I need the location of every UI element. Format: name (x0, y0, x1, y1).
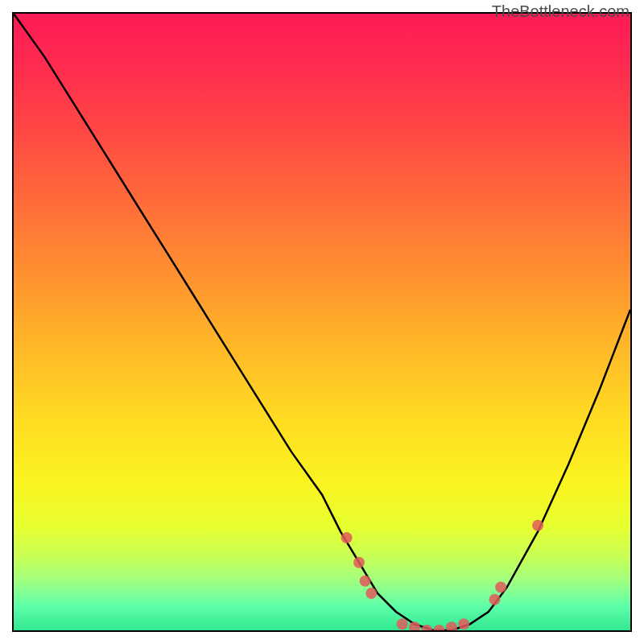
data-point-marker (458, 618, 469, 630)
chart-container: TheBottleneck.com (0, 0, 644, 644)
data-point-marker (495, 581, 506, 592)
data-point-marker (446, 621, 457, 630)
data-point-marker (532, 520, 543, 531)
data-point-marker (397, 618, 408, 630)
data-point-marker (365, 588, 377, 599)
data-point-marker (353, 557, 365, 568)
curve-svg (14, 14, 630, 630)
data-point-marker (421, 625, 432, 630)
plot-area (12, 12, 632, 632)
data-point-marker (489, 594, 501, 605)
watermark-text: TheBottleneck.com (492, 2, 630, 21)
curve-path-group (14, 14, 630, 630)
data-point-marker (434, 625, 445, 630)
data-point-marker (360, 576, 371, 587)
data-point-marker (409, 621, 420, 630)
bottleneck-curve (14, 14, 630, 630)
data-point-marker (341, 532, 353, 543)
